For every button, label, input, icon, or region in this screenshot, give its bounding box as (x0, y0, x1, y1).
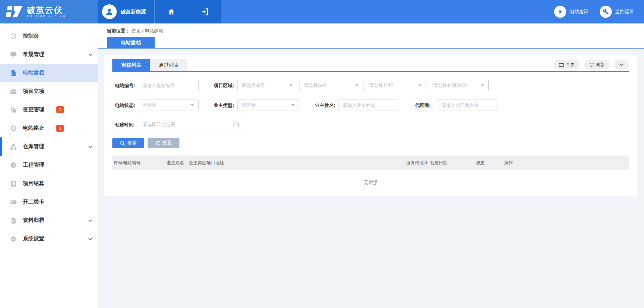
copy-icon (10, 107, 17, 113)
owner-name-label: 业主姓名: (313, 100, 335, 111)
caret-down-icon (291, 104, 295, 106)
notification-badge: 1 (56, 125, 64, 132)
region-label: 项目区域: (211, 80, 234, 91)
exit-icon (201, 8, 209, 15)
topbar: 破茧云伏 Po Jian Yun Fu 破茧新能源 (0, 0, 644, 23)
table-column-header: 序号 (114, 156, 122, 170)
city-select[interactable]: 请选择城市 (300, 80, 363, 91)
collapse-button[interactable] (614, 60, 629, 69)
station-status-select[interactable]: 请选择 (138, 100, 199, 111)
module-station-build[interactable]: 电站建设 (554, 6, 588, 18)
target-icon (10, 125, 17, 132)
sidebar-item-project-settlement[interactable]: 项目结算 (0, 174, 98, 193)
agent-label: 代理商: (411, 100, 431, 111)
breadcrumb-prefix: 当前位置： (107, 28, 130, 34)
reset-button[interactable]: 重置 (148, 138, 179, 148)
reset-icon (155, 141, 160, 146)
table-column-header: 服务代理商 (406, 156, 428, 170)
town-select[interactable]: 请选择村镇/街道 (429, 80, 489, 91)
province-select[interactable]: 请选择省份 (237, 80, 297, 91)
breadcrumb-path: 首页 / 电站建档 (131, 28, 164, 34)
table-column-header: 创建日期 (430, 156, 447, 170)
card-icon (10, 199, 17, 205)
owner-type-label: 业主类型: (211, 100, 234, 111)
company-name: 破茧新能源 (121, 9, 146, 15)
create-time-label: 创建时间: (112, 119, 135, 130)
gauge-icon (10, 162, 17, 169)
avatar (102, 4, 117, 19)
owner-name-input[interactable] (338, 100, 398, 111)
document-icon (10, 70, 17, 76)
sidebar-item-station-archive[interactable]: 电站建档 (0, 64, 98, 82)
chevron-down-icon (620, 63, 624, 66)
caret-down-icon (481, 84, 484, 86)
refresh-icon (589, 62, 594, 67)
caret-down-icon (355, 84, 359, 86)
search-icon (120, 141, 125, 146)
search-button[interactable]: 搜索 (112, 138, 144, 148)
agent-input[interactable] (437, 100, 497, 111)
sitemap-icon (10, 143, 17, 150)
sidebar-item-general-management[interactable]: 常规管理 (0, 45, 98, 64)
tab-review-list[interactable]: 审核列表 (112, 59, 150, 71)
sidebar-item-warehouse-management[interactable]: 仓库管理 (0, 137, 98, 156)
fullscreen-icon (559, 63, 564, 67)
logout-button[interactable] (188, 0, 221, 23)
date-range-input[interactable]: 请选择日期范围 (138, 119, 243, 130)
tab-passed-list[interactable]: 通过列表 (150, 59, 187, 71)
table-column-header: 项目地址 (207, 156, 224, 170)
user-menu[interactable]: 破茧新能源 (98, 0, 154, 23)
sidebar-item-station-termination[interactable]: 电站终止 1 (0, 119, 98, 137)
refresh-button[interactable]: 刷新 (584, 60, 610, 69)
owner-type-select[interactable]: 请选择 (237, 100, 299, 111)
lightning-icon (557, 9, 563, 15)
brand-subtitle: Po Jian Yun Fu (27, 14, 66, 18)
sidebar-item-change-management[interactable]: 变更管理 1 (0, 101, 98, 119)
sidebar-item-project-initiation[interactable]: 项目立项 (0, 82, 98, 101)
calendar-icon (233, 122, 239, 127)
chevron-down-icon (88, 219, 92, 222)
module-monitor-ops[interactable]: 监控运维 (600, 6, 634, 18)
station-status-label: 电站状态: (112, 100, 135, 111)
caret-down-icon (289, 84, 293, 86)
caret-down-icon (418, 84, 422, 86)
topbar-middle: 破茧新能源 (98, 0, 221, 23)
sidebar-item-system-settings[interactable]: 系统设置 (0, 230, 98, 248)
wrench-icon (603, 9, 609, 15)
brand-logo-icon (5, 5, 23, 18)
station-archive-panel: 审核列表 通过列表 全屏 刷新 (104, 55, 637, 196)
district-select[interactable]: 请选择县/区 (365, 80, 426, 91)
panel-toolbar: 全屏 刷新 (553, 60, 629, 69)
fullscreen-button[interactable]: 全屏 (553, 60, 580, 69)
tabs-underline (112, 71, 629, 72)
page-tab-station-archive[interactable]: 电站建档 (107, 37, 155, 48)
dashboard-icon (10, 33, 17, 40)
person-icon (105, 7, 114, 16)
station-no-input[interactable] (138, 80, 199, 91)
topbar-modules: 电站建设 监控运维 (554, 0, 644, 23)
table-column-header: 状态 (476, 156, 485, 170)
breadcrumb-bar: 当前位置： 首页 / 电站建档 电站建档 (98, 23, 644, 49)
chevron-down-icon (88, 145, 92, 148)
table-column-header: 业主姓名 (167, 156, 184, 170)
file-icon (10, 217, 17, 224)
sidebar: 控制台 常规管理 电站建档 项目立项 (0, 23, 98, 308)
home-button[interactable] (154, 0, 188, 23)
gear-icon (10, 236, 17, 242)
empty-state: 无数据 (112, 176, 629, 189)
module-label: 监控运维 (615, 9, 634, 15)
table-column-header: 操作 (504, 156, 513, 170)
sidebar-item-engineering-management[interactable]: 工程管理 (0, 156, 98, 174)
chevron-down-icon (88, 238, 92, 240)
chevron-down-icon (88, 53, 92, 56)
sidebar-item-second-type-card[interactable]: 开二类卡 (0, 193, 98, 211)
notification-badge: 1 (56, 106, 64, 113)
home-icon (168, 8, 175, 15)
station-no-label: 电站编号: (112, 80, 135, 91)
sidebar-item-data-archive[interactable]: 资料归档 (0, 211, 98, 230)
briefcase-icon (10, 88, 17, 95)
sidebar-item-console[interactable]: 控制台 (0, 27, 98, 45)
breadcrumb: 当前位置： 首页 / 电站建档 (107, 28, 164, 34)
brand-logo: 破茧云伏 Po Jian Yun Fu (0, 0, 98, 23)
caret-down-icon (191, 104, 194, 106)
